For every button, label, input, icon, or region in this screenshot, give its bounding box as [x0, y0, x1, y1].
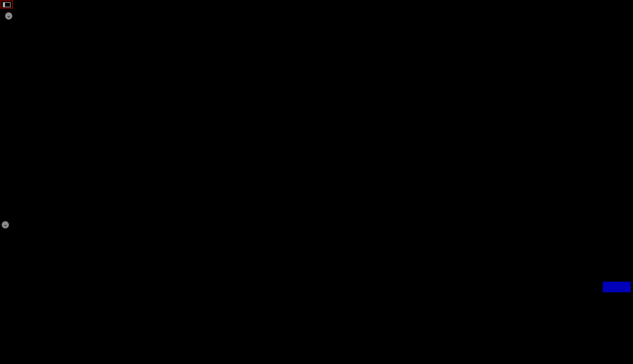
watermark	[623, 361, 630, 362]
chevron-down-circle-icon[interactable]: ⌄	[2, 221, 9, 228]
indicator-header: ⌄	[2, 221, 9, 229]
chart-graphics[interactable]	[0, 0, 633, 364]
trading-app-window: { "window": { "title": "中天火箭(日线.前复权)" },…	[0, 0, 633, 364]
last-value-badge	[603, 282, 631, 292]
